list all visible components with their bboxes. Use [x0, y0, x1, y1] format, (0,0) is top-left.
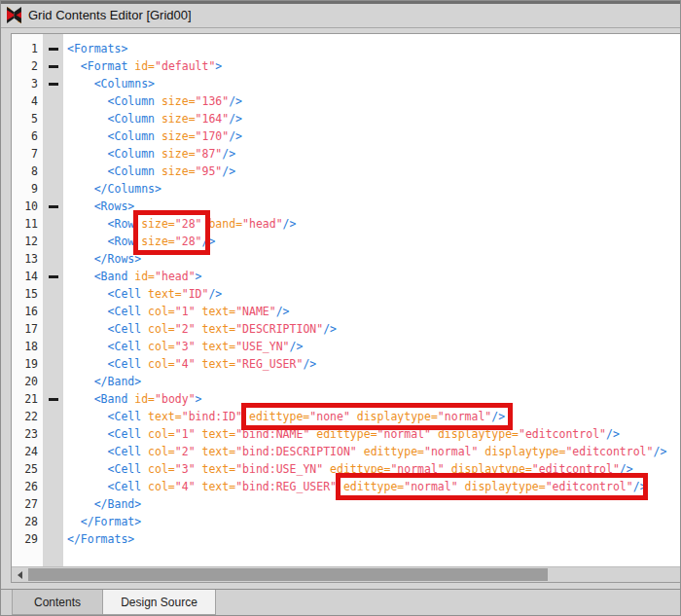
code-text: <Cell col="3" text="USE_YN"/> [63, 338, 303, 355]
code-text: <Band id="head"> [63, 268, 202, 285]
code-text: </Columns> [63, 180, 161, 198]
code-line[interactable]: 7 <Column size="87"/> [12, 145, 680, 163]
titlebar-separator [1, 27, 680, 28]
fold-margin-cell [43, 373, 63, 390]
code-line[interactable]: 2 <Format id="default"> [12, 57, 680, 75]
code-line[interactable]: 18 <Cell col="3" text="USE_YN"/> [12, 338, 680, 355]
fold-margin-cell [43, 285, 63, 303]
code-text: <Column size="164"/> [63, 110, 242, 127]
code-line[interactable]: 9 </Columns> [12, 180, 680, 198]
code-line[interactable]: 26 <Cell col="4" text="bind:REG_USER" ed… [12, 478, 680, 495]
fold-margin-cell [43, 513, 63, 530]
code-text: <Rows> [63, 198, 134, 215]
code-text: <Band id="body"> [63, 390, 202, 408]
line-number: 10 [12, 198, 43, 215]
code-line[interactable]: 6 <Column size="170"/> [12, 127, 680, 145]
code-line[interactable]: 12 <Row size="28"/> [12, 233, 680, 250]
line-number: 18 [12, 338, 43, 355]
code-line[interactable]: 1<Formats> [12, 40, 680, 57]
fold-marker-icon[interactable] [49, 205, 58, 208]
code-text: </Rows> [63, 250, 141, 268]
code-line[interactable]: 14 <Band id="head"> [12, 268, 680, 285]
line-number: 22 [12, 408, 43, 425]
tab-contents-label: Contents [34, 596, 81, 609]
code-line[interactable]: 27 </Band> [12, 495, 680, 513]
code-line[interactable]: 24 <Cell col="2" text="bind:DESCRIPTION"… [12, 443, 680, 460]
code-line[interactable]: 3 <Columns> [12, 75, 680, 92]
code-line[interactable]: 10 <Rows> [12, 198, 680, 215]
code-text: </Formats> [63, 530, 134, 548]
scroll-left-button[interactable] [13, 567, 27, 582]
line-number: 14 [12, 268, 43, 285]
horizontal-scrollbar[interactable] [12, 566, 680, 582]
code-text: <Column size="87"/> [63, 145, 235, 163]
code-line[interactable]: 16 <Cell col="1" text="NAME"/> [12, 303, 680, 320]
fold-marker-icon[interactable] [49, 65, 58, 68]
line-number: 17 [12, 320, 43, 338]
fold-margin-cell [43, 338, 63, 355]
scrollbar-thumb[interactable] [28, 568, 548, 581]
code-line[interactable]: 28 </Format> [12, 513, 680, 530]
code-line[interactable]: 17 <Cell col="2" text="DESCRIPTION"/> [12, 320, 680, 338]
code-line[interactable]: 22 <Cell text="bind:ID" edittype="none" … [12, 408, 680, 425]
line-number: 6 [12, 127, 43, 145]
titlebar: Grid Contents Editor [Grid00] [1, 4, 680, 26]
line-number: 20 [12, 373, 43, 390]
line-number: 28 [12, 513, 43, 530]
code-text: <Cell col="3" text="bind:USE_YN" edittyp… [63, 460, 633, 478]
fold-marker-icon[interactable] [49, 83, 58, 86]
line-number: 11 [12, 215, 43, 233]
line-number: 19 [12, 355, 43, 373]
code-text: <Cell col="2" text="DESCRIPTION"/> [63, 320, 337, 338]
code-text: <Cell text="ID"/> [63, 285, 222, 303]
line-number: 8 [12, 163, 43, 180]
code-line[interactable]: 19 <Cell col="4" text="REG_USER"/> [12, 355, 680, 373]
fold-margin-cell [43, 215, 63, 233]
code-line[interactable]: 4 <Column size="136"/> [12, 92, 680, 110]
fold-marker-icon[interactable] [49, 275, 58, 278]
code-line[interactable]: 21 <Band id="body"> [12, 390, 680, 408]
line-number: 1 [12, 40, 43, 57]
tab-design-source-label: Design Source [121, 596, 197, 609]
fold-margin-cell [43, 495, 63, 513]
line-number: 24 [12, 443, 43, 460]
fold-margin-cell [43, 320, 63, 338]
fold-margin-cell [43, 478, 63, 495]
fold-margin-cell [43, 163, 63, 180]
fold-marker-icon[interactable] [49, 398, 58, 401]
code-line[interactable]: 11 <Row size="28" band="head"/> [12, 215, 680, 233]
fold-marker-icon[interactable] [49, 48, 58, 51]
code-text: <Cell text="bind:ID" edittype="none" dis… [63, 408, 505, 425]
fold-margin-cell [43, 110, 63, 127]
fold-margin-cell [43, 250, 63, 268]
code-text: <Columns> [63, 75, 155, 92]
line-number: 9 [12, 180, 43, 198]
code-line[interactable]: 13 </Rows> [12, 250, 680, 268]
code-line[interactable]: 23 <Cell col="1" text="bind:NAME" editty… [12, 425, 680, 443]
code-line[interactable]: 20 </Band> [12, 373, 680, 390]
code-line[interactable]: 25 <Cell col="3" text="bind:USE_YN" edit… [12, 460, 680, 478]
code-line[interactable]: 8 <Column size="95"/> [12, 163, 680, 180]
editor-area[interactable]: 1<Formats>2 <Format id="default">3 <Colu… [12, 34, 680, 567]
app-logo-icon [6, 7, 22, 23]
code-lines: 1<Formats>2 <Format id="default">3 <Colu… [12, 40, 680, 548]
code-line[interactable]: 15 <Cell text="ID"/> [12, 285, 680, 303]
line-number: 21 [12, 390, 43, 408]
fold-margin-cell [43, 390, 63, 408]
code-text: <Row size="28"/> [63, 233, 215, 250]
line-number: 7 [12, 145, 43, 163]
code-text: <Column size="136"/> [63, 92, 242, 110]
code-line[interactable]: 5 <Column size="164"/> [12, 110, 680, 127]
line-number: 25 [12, 460, 43, 478]
fold-margin-cell [43, 268, 63, 285]
tab-design-source[interactable]: Design Source [102, 590, 216, 615]
line-number: 5 [12, 110, 43, 127]
fold-margin-cell [43, 425, 63, 443]
tab-contents[interactable]: Contents [12, 590, 103, 615]
line-number: 15 [12, 285, 43, 303]
code-text: </Band> [63, 373, 141, 390]
fold-margin-cell [43, 75, 63, 92]
code-text: <Column size="95"/> [63, 163, 235, 180]
line-number: 12 [12, 233, 43, 250]
code-line[interactable]: 29</Formats> [12, 530, 680, 548]
